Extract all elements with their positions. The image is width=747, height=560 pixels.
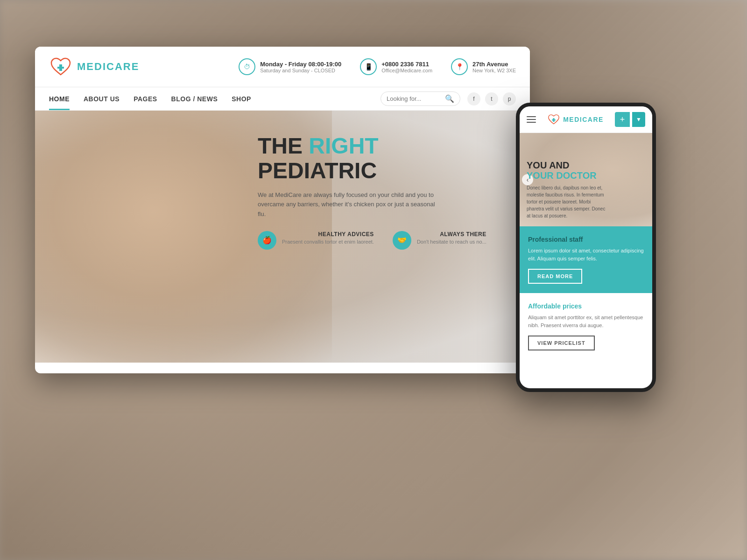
search-input[interactable] — [387, 95, 443, 102]
nav-item-shop[interactable]: SHOP — [232, 87, 251, 110]
feature-healthy-desc: Praesent convallis tortor et enim laoree… — [282, 239, 374, 245]
phone-icon: 📱 — [360, 58, 377, 75]
contact-phone: 📱 +0800 2336 7811 Office@Medicare.com — [360, 58, 432, 75]
contact-hours: ⏱ Monday - Friday 08:00-19:00 Saturday a… — [239, 58, 341, 75]
always-there-icon: 🤝 — [393, 231, 411, 250]
mobile-logo-icon — [547, 113, 560, 126]
contact-info: ⏱ Monday - Friday 08:00-19:00 Saturday a… — [239, 58, 516, 75]
address-line1: 27th Avenue — [472, 61, 516, 68]
mobile-logo-text: MEDICARE — [563, 116, 604, 123]
mobile-affordable-prices-text: Aliquam sit amet porttitor ex, sit amet … — [528, 314, 644, 329]
feature-healthy-advices: 🍎 HEALTHY ADVICES Praesent convallis tor… — [258, 231, 374, 250]
hamburger-line-3 — [527, 122, 536, 123]
logo-text: MEDICARE — [77, 61, 139, 73]
hours-line1: Monday - Friday 08:00-19:00 — [260, 61, 341, 68]
hours-line2: Saturday and Sunday - CLOSED — [260, 68, 341, 73]
mobile-top-right: + ▼ — [615, 112, 645, 127]
mobile-plus-button[interactable]: + — [615, 112, 630, 127]
contact-hours-text: Monday - Friday 08:00-19:00 Saturday and… — [260, 61, 341, 73]
contact-location: 📍 27th Avenue New York, W2 3XE — [451, 58, 516, 75]
hero-title: THE RIGHT PEDIATRIC — [258, 134, 511, 183]
mobile-top-bar: MEDICARE + ▼ — [520, 106, 652, 133]
hamburger-line-1 — [527, 116, 536, 117]
feature-healthy-text: HEALTHY ADVICES Praesent convallis torto… — [282, 231, 374, 245]
location-icon: 📍 — [451, 58, 468, 75]
mobile-hero-overlay: YOU AND YOUR DOCTOR Donec libero dui, da… — [520, 153, 613, 226]
top-bar: MEDICARE ⏱ Monday - Friday 08:00-19:00 S… — [35, 47, 530, 87]
logo-area[interactable]: MEDICARE — [49, 55, 139, 78]
nav-item-pages[interactable]: PAGES — [134, 87, 157, 110]
mobile-hero-body: Donec libero dui, dapibus non leo et, mo… — [527, 184, 606, 219]
feature-always-title: ALWAYS THERE — [417, 231, 486, 238]
search-box[interactable]: 🔍 — [381, 91, 460, 106]
mobile-professional-staff-title: Professional staff — [528, 236, 644, 243]
mobile-white-section: Affordable prices Aliquam sit amet portt… — [520, 293, 652, 360]
navigation-bar: HOME ABOUT US PAGES BLOG / NEWS SHOP 🔍 f… — [35, 87, 530, 111]
nav-item-home[interactable]: HOME — [49, 87, 70, 110]
hero-title-plain: THE — [258, 133, 309, 158]
mobile-inner: MEDICARE + ▼ ‹ YOU AND YOUR DOCTOR Donec… — [520, 106, 652, 388]
search-icon[interactable]: 🔍 — [445, 94, 454, 103]
hero-content: THE RIGHT PEDIATRIC We at MediCare are a… — [248, 125, 521, 259]
mobile-teal-section: Professional staff Lorem ipsum dolor sit… — [520, 226, 652, 293]
mobile-view-pricelist-button[interactable]: VIEW PRICELIST — [528, 336, 595, 350]
mobile-hamburger-menu[interactable] — [527, 116, 536, 123]
phone-email: Office@Medicare.com — [381, 68, 432, 73]
feature-always-there: 🤝 ALWAYS THERE Don't hesitate to reach u… — [393, 231, 486, 250]
hero-subtitle: We at MediCare are always fully focused … — [258, 190, 435, 219]
mobile-hero-title: YOU AND YOUR DOCTOR — [527, 160, 606, 181]
clock-icon: ⏱ — [239, 58, 255, 75]
address-line2: New York, W2 3XE — [472, 68, 516, 73]
feature-always-desc: Don't hesitate to reach us no... — [417, 239, 486, 245]
mobile-dropdown-button[interactable]: ▼ — [632, 112, 645, 127]
mobile-read-more-button[interactable]: READ MORE — [528, 269, 582, 284]
contact-location-text: 27th Avenue New York, W2 3XE — [472, 61, 516, 73]
facebook-icon[interactable]: f — [467, 92, 480, 105]
nav-links: HOME ABOUT US PAGES BLOG / NEWS SHOP — [49, 87, 251, 110]
nav-item-blog[interactable]: BLOG / NEWS — [171, 87, 218, 110]
twitter-icon[interactable]: t — [485, 92, 498, 105]
hero-title-teal: RIGHT — [309, 133, 378, 158]
hero-title-line2: PEDIATRIC — [258, 158, 377, 183]
nav-right: 🔍 f t p — [381, 91, 516, 106]
phone-number: +0800 2336 7811 — [381, 61, 432, 68]
healthy-icon: 🍎 — [258, 231, 276, 250]
mobile-hero-line1: YOU AND — [527, 160, 569, 170]
contact-phone-text: +0800 2336 7811 Office@Medicare.com — [381, 61, 432, 73]
hero-section: THE RIGHT PEDIATRIC We at MediCare are a… — [35, 111, 530, 363]
mobile-affordable-prices-title: Affordable prices — [528, 302, 644, 310]
feature-always-text: ALWAYS THERE Don't hesitate to reach us … — [417, 231, 486, 245]
hamburger-line-2 — [527, 119, 536, 120]
medicare-logo-icon — [49, 55, 72, 78]
social-icons: f t p — [467, 92, 516, 105]
desktop-browser-window: MEDICARE ⏱ Monday - Friday 08:00-19:00 S… — [35, 47, 530, 373]
mobile-hero-section: ‹ YOU AND YOUR DOCTOR Donec libero dui, … — [520, 133, 652, 226]
feature-healthy-title: HEALTHY ADVICES — [282, 231, 374, 238]
mobile-logo-area[interactable]: MEDICARE — [547, 113, 604, 126]
mobile-professional-staff-text: Lorem ipsum dolor sit amet, consectetur … — [528, 247, 644, 262]
nav-item-about[interactable]: ABOUT US — [84, 87, 120, 110]
hero-features: 🍎 HEALTHY ADVICES Praesent convallis tor… — [258, 231, 511, 250]
mobile-hero-line2: YOUR DOCTOR — [527, 170, 597, 181]
pinterest-icon[interactable]: p — [503, 92, 516, 105]
mobile-device: MEDICARE + ▼ ‹ YOU AND YOUR DOCTOR Donec… — [516, 103, 656, 392]
